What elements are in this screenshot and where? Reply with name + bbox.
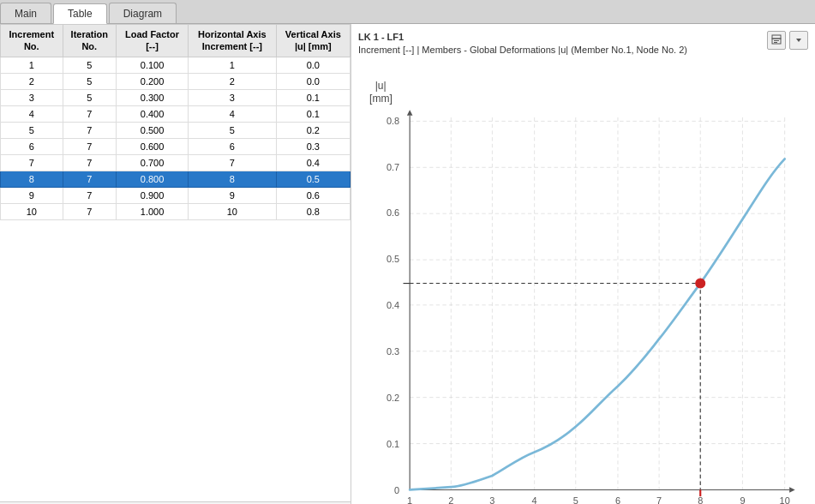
table-row[interactable]: 3 5 0.300 3 0.1 (1, 89, 351, 105)
cell-increment: 1 (1, 57, 63, 73)
svg-text:3: 3 (489, 495, 494, 504)
cell-v-axis: 0.6 (276, 187, 350, 203)
cell-h-axis: 8 (189, 171, 277, 187)
table-row[interactable]: 8 7 0.800 8 0.5 (1, 171, 351, 187)
cell-v-axis: 0.4 (276, 154, 350, 171)
tab-main[interactable]: Main (0, 3, 51, 23)
svg-text:0.2: 0.2 (387, 393, 399, 403)
svg-text:8: 8 (698, 495, 703, 504)
svg-text:0.5: 0.5 (387, 254, 399, 264)
cell-h-axis: 10 (189, 203, 277, 219)
cell-increment: 5 (1, 122, 63, 138)
cell-load-factor: 0.900 (117, 187, 189, 203)
table-container[interactable]: IncrementNo. IterationNo. Load Factor[--… (0, 24, 351, 501)
cell-h-axis: 1 (189, 57, 277, 73)
cell-increment: 7 (1, 154, 63, 171)
left-panel: IncrementNo. IterationNo. Load Factor[--… (0, 24, 351, 504)
svg-rect-8 (774, 40, 779, 41)
chart-area: |u| [mm] (358, 61, 808, 504)
cell-load-factor: 0.300 (117, 89, 189, 105)
cell-h-axis: 7 (189, 154, 277, 171)
cell-v-axis: 0.0 (276, 57, 350, 73)
cell-h-axis: 2 (189, 73, 277, 89)
cell-iteration: 7 (63, 154, 116, 171)
col-header-increment: IncrementNo. (1, 25, 63, 57)
cell-iteration: 7 (63, 122, 116, 138)
cell-v-axis: 0.5 (276, 171, 350, 187)
table-row[interactable]: 2 5 0.200 2 0.0 (1, 73, 351, 89)
col-header-v-axis: Vertical Axis|u| [mm] (276, 25, 350, 57)
print-button[interactable] (767, 31, 786, 50)
cell-load-factor: 1.000 (117, 203, 189, 219)
cell-h-axis: 5 (189, 122, 277, 138)
tab-diagram[interactable]: Diagram (109, 3, 177, 23)
table-row[interactable]: 1 5 0.100 1 0.0 (1, 57, 351, 73)
svg-text:10: 10 (780, 495, 790, 504)
data-table: IncrementNo. IterationNo. Load Factor[--… (0, 24, 351, 220)
cell-h-axis: 4 (189, 105, 277, 122)
cell-iteration: 7 (63, 187, 116, 203)
svg-text:4: 4 (532, 495, 537, 504)
svg-text:5: 5 (573, 495, 578, 504)
svg-rect-9 (774, 42, 777, 43)
diagram-header: LK 1 - LF1 Increment [--] | Members - Gl… (358, 31, 808, 57)
col-header-iteration: IterationNo. (63, 25, 116, 57)
diagram-controls (767, 31, 808, 50)
svg-text:7: 7 (656, 495, 662, 504)
cell-v-axis: 0.2 (276, 122, 350, 138)
svg-marker-52 (789, 487, 795, 493)
svg-text:|u|: |u| (375, 80, 387, 92)
svg-text:[mm]: [mm] (369, 93, 393, 105)
svg-text:9: 9 (740, 495, 745, 504)
cell-load-factor: 0.500 (117, 122, 189, 138)
cell-increment: 2 (1, 73, 63, 89)
svg-marker-54 (407, 110, 413, 116)
svg-text:0.1: 0.1 (387, 439, 399, 449)
cell-load-factor: 0.200 (117, 73, 189, 89)
cell-iteration: 7 (63, 105, 116, 122)
table-row[interactable]: 4 7 0.400 4 0.1 (1, 105, 351, 122)
cell-iteration: 7 (63, 171, 116, 187)
cell-increment: 3 (1, 89, 63, 105)
svg-text:0.4: 0.4 (387, 300, 399, 310)
dropdown-button[interactable] (789, 31, 808, 50)
diagram-title-line2: Increment [--] | Members - Global Deform… (358, 44, 687, 57)
cell-load-factor: 0.800 (117, 171, 189, 187)
cell-h-axis: 6 (189, 138, 277, 154)
cell-iteration: 5 (63, 89, 116, 105)
cell-increment: 4 (1, 105, 63, 122)
col-header-load-factor: Load Factor[--] (117, 25, 189, 57)
table-row[interactable]: 6 7 0.600 6 0.3 (1, 138, 351, 154)
cell-load-factor: 0.400 (117, 105, 189, 122)
table-row[interactable]: 5 7 0.500 5 0.2 (1, 122, 351, 138)
svg-text:0.8: 0.8 (387, 115, 399, 125)
cell-v-axis: 0.1 (276, 105, 350, 122)
svg-text:1: 1 (407, 495, 412, 504)
print-icon (770, 34, 782, 46)
cell-load-factor: 0.600 (117, 138, 189, 154)
tab-table[interactable]: Table (53, 3, 107, 24)
cell-increment: 8 (1, 171, 63, 187)
chart-svg: |u| [mm] (358, 61, 808, 504)
col-header-h-axis: Horizontal AxisIncrement [--] (189, 25, 277, 57)
table-row[interactable]: 9 7 0.900 9 0.6 (1, 187, 351, 203)
table-row[interactable]: 10 7 1.000 10 0.8 (1, 203, 351, 219)
main-content: IncrementNo. IterationNo. Load Factor[--… (0, 24, 815, 504)
table-row[interactable]: 7 7 0.700 7 0.4 (1, 154, 351, 171)
cell-h-axis: 9 (189, 187, 277, 203)
cell-v-axis: 0.1 (276, 89, 350, 105)
cell-iteration: 5 (63, 57, 116, 73)
svg-text:0.7: 0.7 (387, 161, 399, 171)
cell-h-axis: 3 (189, 89, 277, 105)
svg-text:0.3: 0.3 (387, 346, 399, 357)
svg-point-59 (696, 279, 705, 288)
cell-load-factor: 0.100 (117, 57, 189, 73)
svg-rect-6 (772, 35, 781, 39)
cell-v-axis: 0.0 (276, 73, 350, 89)
cell-iteration: 5 (63, 73, 116, 89)
cell-v-axis: 0.3 (276, 138, 350, 154)
cell-v-axis: 0.8 (276, 203, 350, 219)
cell-increment: 6 (1, 138, 63, 154)
svg-text:2: 2 (448, 495, 453, 504)
cell-iteration: 7 (63, 138, 116, 154)
